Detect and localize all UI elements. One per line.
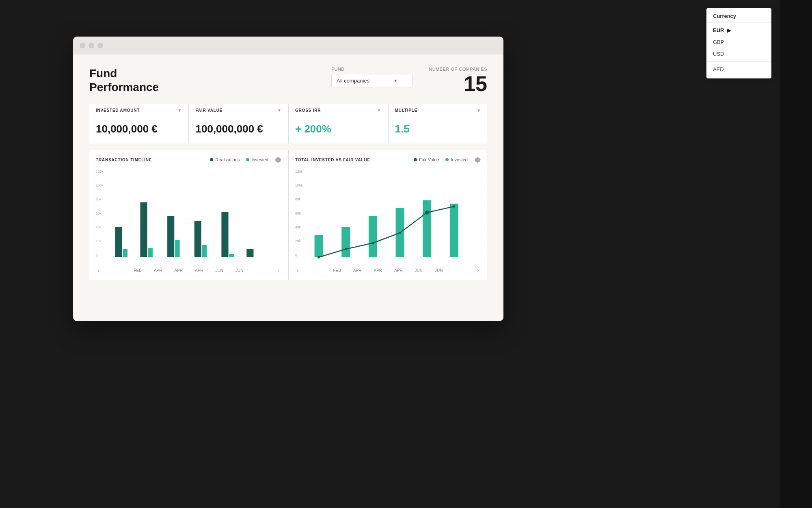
fund-select[interactable]: All companies ▼ bbox=[331, 74, 412, 87]
svg-point-35 bbox=[372, 242, 374, 244]
currency-option-aed[interactable]: AED bbox=[706, 63, 771, 75]
svg-rect-14 bbox=[194, 221, 201, 257]
next-arrow-total[interactable]: › bbox=[477, 267, 479, 274]
metric-card-fair-value: FAIR VALUE ▼ 100,000,000 € bbox=[189, 104, 288, 143]
metric-chevron-multiple[interactable]: ▼ bbox=[477, 108, 481, 113]
x-label-jun-1: JUN bbox=[216, 268, 223, 273]
svg-point-33 bbox=[317, 256, 320, 258]
x-label-jun-2: JUN bbox=[235, 268, 243, 273]
metric-card-gross-irr: GROSS IRR ▼ + 200% bbox=[289, 104, 388, 143]
metric-header-multiple: MULTIPLE ▼ bbox=[389, 104, 488, 116]
svg-rect-31 bbox=[423, 200, 431, 257]
fund-selector: Fund All companies ▼ bbox=[331, 67, 412, 87]
legend-label-fair-value: Fair Value bbox=[419, 157, 439, 162]
svg-rect-32 bbox=[450, 204, 458, 257]
currency-dropdown-title: Currency bbox=[706, 13, 771, 23]
x-label-feb-2: FEB bbox=[333, 268, 341, 273]
svg-text:0: 0 bbox=[96, 253, 98, 257]
metric-title-fair: FAIR VALUE bbox=[196, 108, 223, 113]
app-window: Fund Performance Fund All companies ▼ Nu… bbox=[73, 37, 503, 321]
chart-title-total: TOTAL INVESTED VS FAIR VALUE bbox=[295, 158, 370, 162]
next-arrow-timeline[interactable]: › bbox=[278, 267, 280, 274]
svg-text:40k: 40k bbox=[96, 225, 102, 229]
svg-rect-28 bbox=[341, 227, 350, 257]
metric-title-invested: INVESTED AMOUNT bbox=[96, 108, 140, 113]
legend-dot-realizations bbox=[210, 158, 213, 161]
svg-rect-10 bbox=[140, 202, 147, 257]
chart-title-timeline: TRANSACTION TIMELINE bbox=[96, 158, 152, 162]
metric-value-irr: + 200% bbox=[289, 116, 388, 143]
svg-point-37 bbox=[425, 211, 429, 215]
svg-rect-27 bbox=[315, 235, 323, 257]
svg-rect-8 bbox=[115, 227, 122, 257]
svg-point-34 bbox=[345, 248, 347, 250]
svg-text:20k: 20k bbox=[295, 239, 301, 243]
transaction-timeline-card: TRANSACTION TIMELINE Realizations Invest… bbox=[89, 150, 288, 280]
legend-label-invested-total: Invested bbox=[451, 157, 468, 162]
svg-text:80k: 80k bbox=[295, 197, 301, 201]
svg-rect-17 bbox=[229, 254, 233, 257]
settings-icon-timeline[interactable] bbox=[275, 156, 281, 163]
svg-rect-13 bbox=[175, 240, 179, 257]
metric-value-multiple: 1.5 bbox=[389, 116, 488, 143]
svg-rect-29 bbox=[369, 216, 377, 257]
metric-card-invested-amount: INVESTED AMOUNT ▼ 10,000,000 € bbox=[89, 104, 188, 143]
svg-rect-9 bbox=[123, 249, 127, 257]
legend-fair-value: Fair Value bbox=[414, 157, 439, 162]
companies-label: Number of companies bbox=[429, 67, 487, 72]
legend-invested-timeline: Invested bbox=[246, 157, 268, 162]
svg-point-38 bbox=[453, 205, 455, 208]
svg-text:60k: 60k bbox=[96, 211, 102, 215]
charts-row: TRANSACTION TIMELINE Realizations Invest… bbox=[89, 150, 487, 280]
currency-option-gbp[interactable]: GBP bbox=[706, 36, 771, 48]
currency-option-eur[interactable]: EUR ▶ bbox=[706, 24, 771, 36]
fund-chevron-icon: ▼ bbox=[393, 78, 397, 83]
prev-arrow-total[interactable]: ‹ bbox=[297, 267, 299, 274]
metric-header-invested: INVESTED AMOUNT ▼ bbox=[89, 104, 188, 116]
legend-dot-invested-timeline bbox=[246, 158, 249, 161]
traffic-light-close[interactable] bbox=[80, 43, 85, 48]
traffic-light-maximize[interactable] bbox=[97, 43, 103, 48]
metric-cards: INVESTED AMOUNT ▼ 10,000,000 € FAIR VALU… bbox=[89, 104, 487, 143]
x-label-jun-4: JUN bbox=[435, 268, 443, 273]
chart-header-total: TOTAL INVESTED VS FAIR VALUE Fair Value … bbox=[295, 156, 481, 163]
legend-dot-invested-total bbox=[445, 158, 449, 161]
legend-invested-total: Invested bbox=[445, 157, 468, 162]
svg-point-36 bbox=[399, 232, 401, 234]
x-label-apr-3: APR bbox=[195, 268, 203, 273]
metric-chevron-fair[interactable]: ▼ bbox=[277, 108, 281, 113]
metric-title-irr: GROSS IRR bbox=[295, 108, 321, 113]
svg-text:80k: 80k bbox=[96, 197, 102, 201]
svg-text:60k: 60k bbox=[295, 211, 301, 215]
metric-header-irr: GROSS IRR ▼ bbox=[289, 104, 388, 116]
fund-label: Fund bbox=[331, 67, 412, 72]
chart-svg-timeline: 120k 100k 80k 60k 40k 20k 0 bbox=[96, 168, 281, 265]
svg-rect-11 bbox=[148, 248, 153, 257]
metric-header-fair: FAIR VALUE ▼ bbox=[189, 104, 288, 116]
right-panel bbox=[780, 0, 812, 508]
x-label-apr-4: APR bbox=[353, 268, 362, 273]
prev-arrow-timeline[interactable]: ‹ bbox=[97, 267, 99, 274]
metric-title-multiple: MULTIPLE bbox=[395, 108, 418, 113]
settings-icon-total[interactable] bbox=[474, 156, 481, 163]
chart-nav-total: ‹ FEB APR APR APR JUN JUN › bbox=[295, 267, 481, 274]
x-label-apr-5: APR bbox=[374, 268, 382, 273]
x-label-jun-3: JUN bbox=[415, 268, 423, 273]
currency-option-usd[interactable]: USD bbox=[706, 48, 771, 60]
svg-text:100k: 100k bbox=[96, 183, 104, 187]
page-header: Fund Performance Fund All companies ▼ Nu… bbox=[89, 67, 487, 94]
traffic-light-minimize[interactable] bbox=[89, 43, 94, 48]
x-label-apr-2: APR bbox=[174, 268, 183, 273]
chart-area-timeline: 120k 100k 80k 60k 40k 20k 0 bbox=[96, 168, 281, 265]
metric-chevron-invested[interactable]: ▼ bbox=[178, 108, 182, 113]
companies-count: Number of companies 15 bbox=[429, 67, 487, 94]
svg-rect-15 bbox=[202, 245, 207, 257]
x-label-feb-1: FEB bbox=[134, 268, 141, 273]
svg-rect-12 bbox=[167, 216, 174, 257]
svg-text:40k: 40k bbox=[295, 225, 301, 229]
metric-chevron-irr[interactable]: ▼ bbox=[377, 108, 381, 113]
total-invested-card: TOTAL INVESTED VS FAIR VALUE Fair Value … bbox=[289, 150, 487, 280]
main-content: Fund Performance Fund All companies ▼ Nu… bbox=[73, 54, 503, 321]
legend-label-invested-timeline: Invested bbox=[251, 157, 268, 162]
svg-rect-18 bbox=[246, 249, 253, 257]
